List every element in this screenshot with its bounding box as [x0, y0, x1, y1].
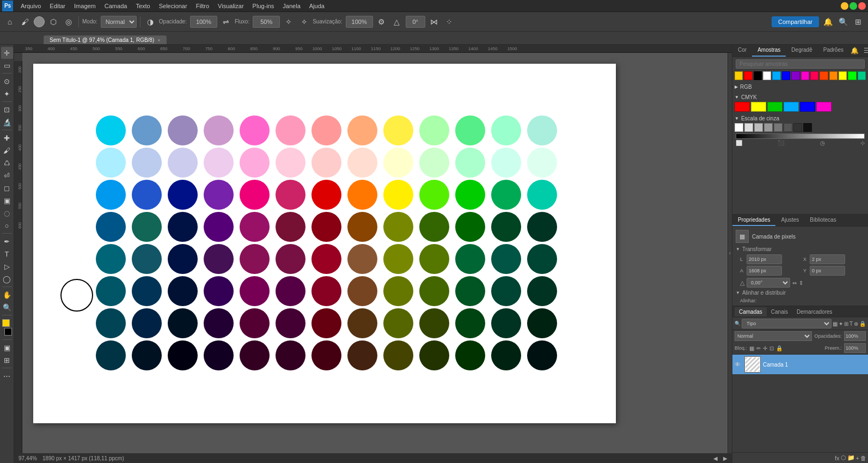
color-circle[interactable] [240, 308, 270, 338]
top-swatch[interactable] [735, 71, 743, 80]
color-circle[interactable] [311, 244, 341, 274]
color-circle[interactable] [347, 180, 377, 210]
eyedropper-tool[interactable]: 🔬 [1, 116, 13, 128]
color-circle[interactable] [491, 180, 521, 210]
transfer-icon[interactable]: ⇌ [219, 15, 233, 28]
color-circle[interactable] [347, 212, 377, 242]
color-circle[interactable] [455, 180, 485, 210]
color-circle[interactable] [204, 115, 234, 145]
color-circle[interactable] [276, 212, 305, 242]
color-circle[interactable] [347, 340, 377, 370]
color-circle[interactable] [455, 212, 485, 242]
mask-mode[interactable]: ▣ [1, 342, 13, 354]
layer-item[interactable]: 👁 Camada 1 [732, 355, 868, 374]
smoothing-icon[interactable]: ⟡ [297, 15, 310, 28]
color-circle[interactable] [132, 308, 162, 338]
close-button[interactable] [858, 2, 866, 10]
color-circle[interactable] [419, 115, 449, 145]
tab-close-button[interactable]: × [157, 38, 160, 43]
color-circle[interactable] [527, 340, 557, 370]
magic-wand-tool[interactable]: ✦ [1, 88, 13, 100]
fx-button[interactable]: fx [835, 455, 840, 461]
color-circle[interactable] [168, 308, 198, 338]
color-circle[interactable] [347, 276, 377, 306]
minimize-button[interactable] [841, 2, 848, 10]
color-circle[interactable] [96, 340, 126, 370]
cmyk-swatch[interactable] [751, 102, 766, 112]
swatch-search-input[interactable] [736, 59, 865, 69]
color-circle[interactable] [311, 212, 341, 242]
x-input[interactable] [810, 254, 845, 264]
menu-filtro[interactable]: Filtro [192, 0, 213, 12]
mode-select[interactable]: Normal [101, 16, 137, 28]
color-circle[interactable] [383, 212, 413, 242]
smoothing-input[interactable] [346, 16, 373, 28]
foreground-color[interactable] [2, 319, 10, 327]
color-circle[interactable] [419, 180, 449, 210]
lock-transparent-icon[interactable]: ▦ [749, 345, 754, 351]
top-swatch[interactable] [858, 71, 866, 80]
color-circle[interactable] [168, 148, 198, 178]
top-swatch[interactable] [801, 71, 809, 80]
color-circle[interactable] [96, 212, 126, 242]
crop-tool[interactable]: ⊡ [1, 103, 13, 115]
grayscale-swatch[interactable] [764, 123, 773, 132]
angle-icon[interactable]: △ [390, 15, 404, 28]
tab-propriedades[interactable]: Propriedades [732, 215, 775, 226]
color-circle[interactable] [347, 148, 377, 178]
settings-icon[interactable]: ⚙ [375, 15, 388, 28]
opacity-input[interactable] [190, 16, 217, 28]
flip-h-icon[interactable]: ⇔ [792, 280, 797, 286]
gradient-tool[interactable]: ▣ [1, 194, 13, 206]
menu-imagem[interactable]: Imagem [70, 0, 100, 12]
menu-texto[interactable]: Texto [131, 0, 154, 12]
color-circle[interactable] [240, 115, 270, 145]
lasso-tool[interactable]: ⊙ [1, 75, 13, 87]
color-circle[interactable] [240, 180, 270, 210]
color-circle[interactable] [204, 212, 234, 242]
color-circle[interactable] [132, 148, 162, 178]
color-circle[interactable] [527, 276, 557, 306]
airbrush-mode-icon[interactable]: ✧ [282, 15, 295, 28]
tab-cor[interactable]: Cor [732, 45, 752, 57]
color-circle[interactable] [419, 308, 449, 338]
notification-icon[interactable]: 🔔 [821, 15, 834, 28]
color-circle[interactable] [276, 180, 305, 210]
cmyk-swatch[interactable] [784, 102, 799, 112]
background-color[interactable] [4, 328, 12, 336]
cmyk-group-header[interactable]: ▼ CMYK [732, 93, 868, 101]
blur-tool[interactable]: ◌ [1, 207, 13, 219]
color-circle[interactable] [132, 340, 162, 370]
y-input[interactable] [810, 266, 845, 276]
color-circle[interactable] [96, 180, 126, 210]
color-circle[interactable] [204, 180, 234, 210]
clone-tool[interactable]: ♺ [1, 157, 13, 169]
filter-lock-icon[interactable]: 🔒 [859, 321, 866, 327]
top-swatch[interactable] [791, 71, 799, 80]
group-button[interactable]: 📁 [847, 454, 855, 461]
menu-plugins[interactable]: Plug-ins [248, 0, 279, 12]
color-circle[interactable] [132, 115, 162, 145]
filter-fx-icon[interactable]: ✦ [839, 321, 843, 327]
grayscale-group-header[interactable]: ▼ Escala de cinza [732, 114, 868, 123]
text-tool[interactable]: T [1, 248, 13, 260]
brush-icon[interactable]: 🖌 [19, 15, 32, 28]
grayscale-icon-end1[interactable]: ◷ [820, 140, 825, 146]
color-circle[interactable] [455, 340, 485, 370]
angle-select[interactable]: 0,00° [747, 278, 790, 288]
color-circle[interactable] [383, 308, 413, 338]
color-circle[interactable] [455, 276, 485, 306]
extra-tools[interactable]: ⋯ [1, 370, 13, 382]
color-circle[interactable] [527, 244, 557, 274]
color-circle[interactable] [383, 115, 413, 145]
screen-mode[interactable]: ⊞ [1, 354, 13, 366]
angle-input[interactable] [406, 16, 425, 28]
menu-camada[interactable]: Camada [100, 0, 132, 12]
shape-tool[interactable]: ◯ [1, 273, 13, 285]
grayscale-icon-right[interactable]: ⬛ [778, 140, 784, 146]
rgb-group-header[interactable]: ▶ RGB [732, 83, 868, 91]
canvas[interactable] [33, 64, 616, 423]
color-circle[interactable] [276, 148, 305, 178]
top-swatch[interactable] [744, 71, 752, 80]
grayscale-swatch[interactable] [803, 123, 812, 132]
